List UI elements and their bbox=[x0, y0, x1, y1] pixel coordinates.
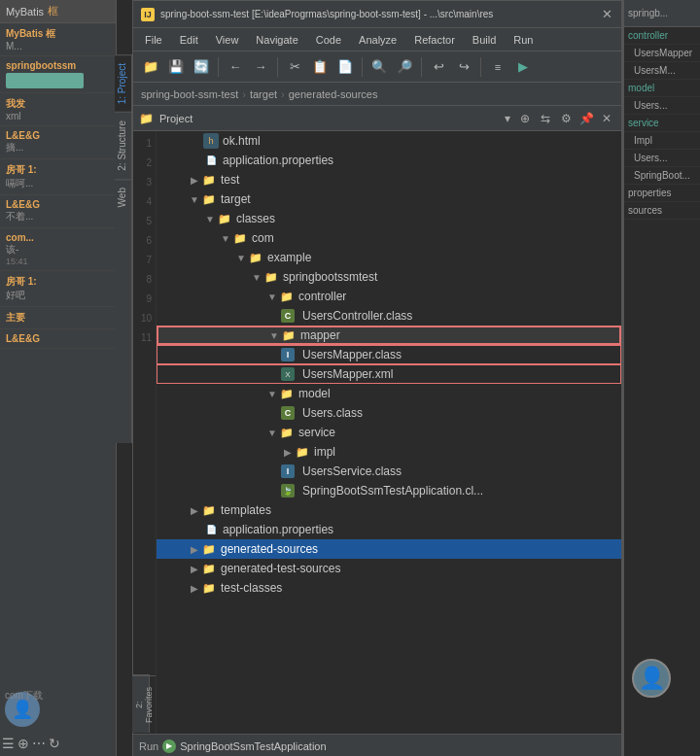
list-item[interactable]: L&E&G 摘... bbox=[0, 126, 116, 159]
tree-item-templates[interactable]: ▶ 📁 templates bbox=[157, 500, 621, 520]
tree-item-impl[interactable]: ▶ 📁 impl bbox=[157, 442, 621, 462]
menu-file[interactable]: File bbox=[137, 32, 170, 48]
tree-item-userscontroller[interactable]: C UsersController.class bbox=[157, 306, 621, 326]
tree-item-appprops[interactable]: 📄 application.properties bbox=[157, 151, 621, 170]
right-panel-header: springb... bbox=[624, 0, 700, 27]
run-green-btn[interactable]: ▶ bbox=[511, 55, 535, 79]
settings-btn[interactable]: ≡ bbox=[486, 55, 509, 79]
favorites-tab[interactable]: 2: Favorites bbox=[132, 674, 150, 733]
folder-label-model: model bbox=[298, 387, 331, 400]
tree-item-classes[interactable]: ▼ 📁 classes bbox=[157, 209, 621, 228]
menu-build[interactable]: Build bbox=[465, 32, 504, 48]
tab-favorites[interactable]: 2: Favorites bbox=[132, 675, 156, 733]
tree-item-example[interactable]: ▼ 📁 example bbox=[157, 248, 621, 267]
tree-arrow-sbt: ▼ bbox=[250, 270, 263, 284]
menu-run[interactable]: Run bbox=[506, 32, 541, 48]
tree-arrow-gen-test: ▶ bbox=[188, 562, 201, 575]
tree-item-appprops2[interactable]: 📄 application.properties bbox=[157, 520, 621, 539]
tab-project[interactable]: 1: Project bbox=[115, 54, 131, 112]
tree-item-service[interactable]: ▼ 📁 service bbox=[157, 423, 621, 442]
tree-arrow-gen-sources: ▶ bbox=[188, 542, 201, 556]
add-btn[interactable]: ⊕ bbox=[516, 110, 534, 127]
tree-item-springbootapp[interactable]: 🍃 SpringBootSsmTestApplication.cl... bbox=[157, 481, 621, 500]
tree-item-springbootssmtest[interactable]: ▼ 📁 springbootssmtest bbox=[157, 267, 621, 287]
menu-analyze[interactable]: Analyze bbox=[351, 32, 404, 48]
run-icon: Run bbox=[139, 740, 158, 752]
tree-item-mapper[interactable]: ▼ 📁 mapper bbox=[157, 326, 621, 345]
copy-btn[interactable]: 📋 bbox=[308, 55, 332, 79]
folder-icon-gen-sources: 📁 bbox=[201, 541, 217, 557]
folder-icon-test: 📁 bbox=[201, 172, 217, 188]
project-dropdown-arrow[interactable]: ▾ bbox=[505, 112, 510, 125]
toolbar-separator-4 bbox=[421, 57, 422, 77]
file-label-appprops2: application.properties bbox=[223, 523, 333, 536]
properties-file-icon: 📄 bbox=[203, 153, 219, 168]
list-item[interactable]: com... 该- 15:41 bbox=[0, 228, 116, 271]
search-btn[interactable]: 🔍 bbox=[368, 55, 391, 79]
list-item[interactable]: 房哥 1: 好吧 bbox=[0, 271, 116, 307]
window-title: spring-boot-ssm-test [E:\ideaProgrmas\sp… bbox=[160, 9, 594, 19]
search2-btn[interactable]: 🔎 bbox=[393, 55, 416, 79]
list-item[interactable]: springbootssm bbox=[0, 56, 116, 93]
right-header-label: springb... bbox=[628, 8, 668, 18]
tree-item-target[interactable]: ▼ 📁 target bbox=[157, 189, 621, 209]
sync-btn[interactable]: 🔄 bbox=[190, 55, 213, 79]
back-btn[interactable]: ← bbox=[224, 55, 247, 79]
list-item[interactable]: 房哥 1: 嗝呵... bbox=[0, 159, 116, 195]
save-btn[interactable]: 💾 bbox=[164, 55, 188, 79]
toolbar-separator-5 bbox=[480, 57, 481, 77]
left-chat-panel: MyBatis 框 MyBatis 框 M... springbootssm 我… bbox=[0, 0, 117, 756]
list-item[interactable]: L&E&G bbox=[0, 329, 116, 349]
folder-icon-templates: 📁 bbox=[201, 502, 217, 518]
tab-web[interactable]: Web bbox=[115, 179, 131, 215]
file-label-usersmapper-xml: UsersMapper.xml bbox=[302, 367, 393, 381]
tab-structure[interactable]: 2: Structure bbox=[115, 112, 131, 179]
menu-navigate[interactable]: Navigate bbox=[248, 32, 305, 48]
tree-item-test-classes[interactable]: ▶ 📁 test-classes bbox=[157, 578, 621, 598]
tree-item-model[interactable]: ▼ 📁 model bbox=[157, 384, 621, 403]
right-content-item: Impl bbox=[624, 132, 700, 150]
menu-edit[interactable]: Edit bbox=[172, 32, 206, 48]
right-content-item: properties bbox=[624, 185, 700, 202]
pin-btn[interactable]: 📌 bbox=[578, 110, 595, 127]
breadcrumb-root[interactable]: spring-boot-ssm-test bbox=[141, 88, 238, 100]
open-folder-btn[interactable]: 📁 bbox=[139, 55, 162, 79]
redo-btn[interactable]: ↪ bbox=[452, 55, 475, 79]
tree-item-controller[interactable]: ▼ 📁 controller bbox=[157, 287, 621, 306]
right-content-item: Users... bbox=[624, 150, 700, 167]
tree-item-users[interactable]: C Users.class bbox=[157, 403, 621, 423]
menu-refactor[interactable]: Refactor bbox=[406, 32, 463, 48]
line-number: 9 bbox=[133, 289, 156, 308]
folder-icon-gen-test: 📁 bbox=[201, 561, 217, 576]
title-bar: IJ spring-boot-ssm-test [E:\ideaProgrmas… bbox=[133, 1, 621, 28]
file-label: application.properties bbox=[223, 154, 333, 167]
tree-item-usersservice[interactable]: I UsersService.class bbox=[157, 462, 621, 481]
menu-view[interactable]: View bbox=[208, 32, 247, 48]
list-item[interactable]: 主要 bbox=[0, 307, 116, 329]
undo-btn[interactable]: ↩ bbox=[427, 55, 450, 79]
menu-code[interactable]: Code bbox=[308, 32, 349, 48]
paste-btn[interactable]: 📄 bbox=[333, 55, 357, 79]
tree-item-usersmapper-class[interactable]: I UsersMapper.class bbox=[157, 345, 621, 364]
breadcrumb-generated[interactable]: generated-sources bbox=[289, 88, 378, 100]
breadcrumb-target[interactable]: target bbox=[250, 88, 277, 100]
hide-btn[interactable]: ✕ bbox=[598, 110, 615, 127]
tree-item-generated-sources[interactable]: ▶ 📁 generated-sources bbox=[157, 539, 621, 559]
tree-item-usersmapper-xml[interactable]: X UsersMapper.xml bbox=[157, 364, 621, 384]
collapse-btn[interactable]: ⇆ bbox=[537, 110, 554, 127]
settings-gear-btn[interactable]: ⚙ bbox=[557, 110, 575, 127]
tree-item-okhtml[interactable]: h ok.html bbox=[157, 131, 621, 151]
tree-item-generated-test-sources[interactable]: ▶ 📁 generated-test-sources bbox=[157, 559, 621, 578]
folder-icon-test-classes: 📁 bbox=[201, 580, 217, 596]
tree-item-com[interactable]: ▼ 📁 com bbox=[157, 228, 621, 248]
tree-arrow-controller: ▼ bbox=[265, 290, 279, 303]
list-item[interactable]: 我发 xml bbox=[0, 93, 116, 126]
list-item[interactable]: L&E&G 不着... bbox=[0, 195, 116, 228]
forward-btn[interactable]: → bbox=[249, 55, 272, 79]
list-item[interactable]: MyBatis 框 M... bbox=[0, 23, 116, 56]
tree-item-test[interactable]: ▶ 📁 test bbox=[157, 170, 621, 189]
close-button[interactable]: ✕ bbox=[600, 8, 613, 21]
folder-icon-target: 📁 bbox=[201, 191, 217, 207]
cut-btn[interactable]: ✂ bbox=[283, 55, 306, 79]
file-label: ok.html bbox=[223, 134, 261, 148]
